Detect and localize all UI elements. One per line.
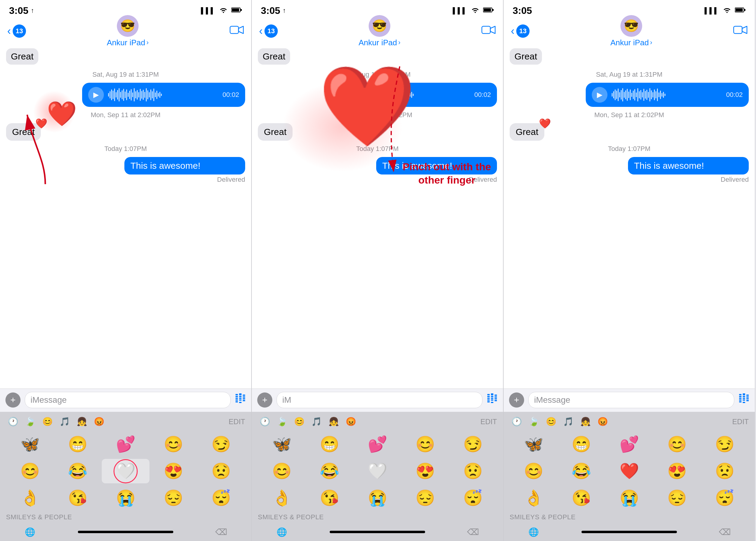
back-button-1[interactable]: ‹ 13 [7,24,26,38]
emoji-tab-angry-2[interactable]: 😡 [344,415,358,428]
emoji-worried-3[interactable]: 😟 [701,459,749,483]
emoji-tab-angry-3[interactable]: 😡 [596,415,610,428]
back-button-2[interactable]: ‹ 13 [259,24,278,38]
emoji-hearts-2[interactable]: 💕 [354,432,401,456]
video-call-button-3[interactable] [733,24,748,38]
emoji-hearts-1[interactable]: 💕 [102,432,150,456]
emoji-kiss-3[interactable]: 😘 [557,486,605,510]
emoji-slight-smile-2[interactable]: 😊 [258,459,306,483]
avatar-3: 😎 [620,15,642,37]
mic-button-3[interactable] [738,393,749,407]
emoji-ok-1[interactable]: 👌 [6,486,54,510]
plus-button-1[interactable]: + [5,392,21,407]
emoji-tab-music-1[interactable]: 🎵 [58,415,72,428]
emoji-pensive-3[interactable]: 😔 [653,486,701,510]
play-button-1[interactable]: ▶ [88,87,104,103]
emoji-cry-3[interactable]: 😭 [605,486,653,510]
mic-button-2[interactable] [487,393,497,407]
audio-bubble-3[interactable]: ▶ 00:02 [586,83,749,107]
plus-button-3[interactable]: + [509,392,524,407]
emoji-tab-music-2[interactable]: 🎵 [310,415,324,428]
emoji-tab-people-3[interactable]: 👧 [578,415,593,428]
emoji-tab-nature-2[interactable]: 🍃 [275,415,289,428]
emoji-slight-smile-3[interactable]: 😊 [510,459,557,483]
emoji-tab-smileys-2[interactable]: 😊 [292,415,307,428]
emoji-tab-music-3[interactable]: 🎵 [561,415,575,428]
emoji-smirk-3[interactable]: 😏 [701,432,749,456]
emoji-butterfly-3[interactable]: 🦋 [510,432,557,456]
emoji-smirk-1[interactable]: 😏 [198,432,245,456]
kb-home-indicator-2 [330,531,425,533]
emoji-laugh-2[interactable]: 😂 [306,459,353,483]
emoji-heart-eyes-2[interactable]: 😍 [401,459,449,483]
kb-delete-2[interactable]: ⌫ [449,527,497,537]
emoji-tab-angry-1[interactable]: 😡 [92,415,106,428]
emoji-tab-smileys-3[interactable]: 😊 [544,415,558,428]
emoji-grin-1[interactable]: 😁 [54,432,101,456]
edit-button-2[interactable]: EDIT [480,417,497,426]
mic-button-1[interactable] [235,393,246,407]
emoji-cry-1[interactable]: 😭 [102,486,150,510]
kb-delete-1[interactable]: ⌫ [198,527,245,537]
kb-home-indicator-3 [581,531,677,533]
edit-button-1[interactable]: EDIT [229,417,245,426]
emoji-kiss-2[interactable]: 😘 [306,486,353,510]
emoji-kiss-1[interactable]: 😘 [54,486,101,510]
svg-rect-46 [739,396,742,397]
video-call-button-1[interactable] [230,24,244,38]
phone-panel-2: 3:05 ↑ ▌▌▌ ‹ 13 😎 Ankur iPad › [252,0,503,541]
message-input-3[interactable]: iMessage [528,392,734,408]
back-button-3[interactable]: ‹ 13 [511,24,529,38]
emoji-smile-2[interactable]: 😊 [401,432,449,456]
emoji-smile-3[interactable]: 😊 [653,432,701,456]
emoji-red-heart-3[interactable]: ❤️ [605,459,653,483]
emoji-slight-smile-1[interactable]: 😊 [6,459,54,483]
emoji-cry-2[interactable]: 😭 [354,486,401,510]
message-input-2[interactable]: iM [277,392,482,408]
svg-rect-12 [239,398,242,399]
svg-rect-31 [491,396,493,397]
emoji-laugh-1[interactable]: 😂 [54,459,101,483]
emoji-smirk-2[interactable]: 😏 [449,432,497,456]
emoji-tab-recent-1[interactable]: 🕐 [6,415,20,428]
emoji-pensive-1[interactable]: 😔 [150,486,197,510]
emoji-hearts-3[interactable]: 💕 [605,432,653,456]
emoji-sleep-3[interactable]: 😴 [701,486,749,510]
emoji-tab-recent-3[interactable]: 🕐 [510,415,524,428]
emoji-ok-3[interactable]: 👌 [510,486,557,510]
kb-globe-1[interactable]: 🌐 [6,527,54,537]
kb-globe-2[interactable]: 🌐 [258,527,306,537]
emoji-white-heart-1[interactable]: 🤍 [102,459,150,483]
svg-marker-24 [490,26,495,34]
emoji-tab-nature-1[interactable]: 🍃 [23,415,37,428]
message-input-1[interactable]: iMessage [25,392,231,408]
emoji-tab-people-2[interactable]: 👧 [327,415,341,428]
emoji-ok-2[interactable]: 👌 [258,486,306,510]
emoji-butterfly-1[interactable]: 🦋 [6,432,54,456]
emoji-heart-eyes-3[interactable]: 😍 [653,459,701,483]
edit-button-3[interactable]: EDIT [732,417,749,426]
emoji-grin-3[interactable]: 😁 [557,432,605,456]
kb-globe-3[interactable]: 🌐 [510,527,557,537]
emoji-laugh-3[interactable]: 😂 [557,459,605,483]
emoji-sleep-2[interactable]: 😴 [449,486,497,510]
emoji-grin-2[interactable]: 😁 [306,432,353,456]
time-display-3: 3:05 [513,5,532,16]
emoji-tab-people-1[interactable]: 👧 [75,415,89,428]
emoji-worried-1[interactable]: 😟 [198,459,245,483]
emoji-tab-recent-2[interactable]: 🕐 [258,415,272,428]
emoji-worried-2[interactable]: 😟 [449,459,497,483]
emoji-pensive-2[interactable]: 😔 [401,486,449,510]
kb-delete-3[interactable]: ⌫ [701,527,749,537]
plus-button-2[interactable]: + [257,392,272,407]
emoji-tab-smileys-1[interactable]: 😊 [40,415,55,428]
emoji-sleep-1[interactable]: 😴 [198,486,245,510]
emoji-smile-1[interactable]: 😊 [150,432,197,456]
emoji-white-heart-2[interactable]: 🤍 [354,459,401,483]
play-button-3[interactable]: ▶ [592,87,607,103]
emoji-heart-eyes-1[interactable]: 😍 [150,459,197,483]
audio-bubble-1[interactable]: ▶ 00:02 [82,83,245,107]
emoji-butterfly-2[interactable]: 🦋 [258,432,306,456]
video-call-button-2[interactable] [481,24,496,38]
emoji-tab-nature-3[interactable]: 🍃 [527,415,541,428]
